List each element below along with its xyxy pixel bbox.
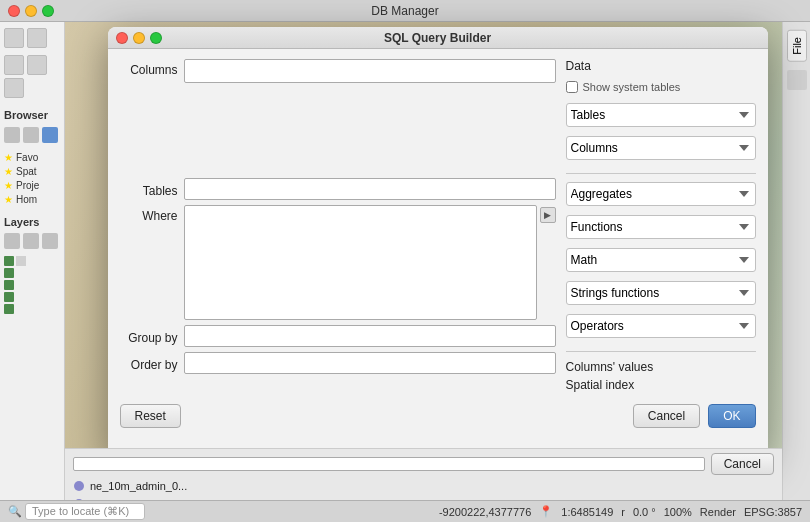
where-content: ▶ [184, 205, 556, 320]
columns-values-label: Columns' values [566, 360, 756, 374]
dialog-close-icon[interactable] [116, 32, 128, 44]
browser-icon-2[interactable] [23, 127, 39, 143]
right-column: Data Show system tables Tables Columns [556, 59, 756, 392]
layer-check-1 [16, 256, 26, 266]
layer-item-5[interactable] [4, 304, 60, 314]
layer-icon-2[interactable] [23, 233, 39, 249]
svg-point-0 [74, 481, 84, 491]
browser-icon-3[interactable] [42, 127, 58, 143]
operators-dropdown[interactable]: Operators [566, 314, 756, 338]
group-by-input[interactable] [184, 325, 556, 347]
strings-functions-dropdown[interactable]: Strings functions [566, 281, 756, 305]
where-row: Where ▶ [120, 205, 556, 320]
layer-item-4[interactable] [4, 292, 60, 302]
footer-right: Cancel OK [633, 404, 756, 428]
aggregates-dropdown[interactable]: Aggregates [566, 182, 756, 206]
data-section-title: Data [566, 59, 756, 73]
file-name-1: ne_10m_admin_0... [90, 480, 187, 492]
fav-item[interactable]: ★ Favo [4, 152, 60, 163]
dialog-overlay: SQL Query Builder Columns Tables [65, 22, 810, 500]
where-side-btns: ▶ [540, 205, 556, 320]
group-by-row: Group by [120, 325, 556, 347]
functions-dropdown[interactable]: Functions [566, 215, 756, 239]
minimize-icon[interactable] [25, 5, 37, 17]
fav-label: Favo [16, 152, 38, 163]
sidebar-icon-3[interactable] [4, 55, 24, 75]
divider-2 [566, 351, 756, 352]
columns-label: Columns [120, 59, 178, 77]
spat-item[interactable]: ★ Spat [4, 166, 60, 177]
scale: 1:6485149 [561, 506, 613, 518]
layers-label: Layers [4, 216, 60, 228]
order-by-input[interactable] [184, 352, 556, 374]
progress-bar [73, 457, 705, 471]
sidebar-icon-2[interactable] [27, 28, 47, 48]
where-label: Where [120, 205, 178, 223]
where-arrow-btn[interactable]: ▶ [540, 207, 556, 223]
dialog-minimize-icon[interactable] [133, 32, 145, 44]
layer-item-1[interactable] [4, 256, 60, 266]
dialog-titlebar: SQL Query Builder [108, 27, 768, 49]
spatial-index-label: Spatial index [566, 378, 756, 392]
where-textarea[interactable] [184, 205, 537, 320]
progress-row: Cancel [65, 449, 782, 477]
tables-input[interactable] [184, 178, 556, 200]
render-label: Render [700, 506, 736, 518]
dialog-body: Columns Tables Where ▶ [108, 49, 768, 398]
layer-icon[interactable] [4, 233, 20, 249]
cancel-button[interactable]: Cancel [633, 404, 700, 428]
close-icon[interactable] [8, 5, 20, 17]
show-system-tables-row: Show system tables [566, 81, 756, 93]
epsg-label: EPSG:3857 [744, 506, 802, 518]
browser-icon[interactable] [4, 127, 20, 143]
group-by-label: Group by [120, 327, 178, 345]
tables-label: Tables [120, 180, 178, 198]
columns-row: Columns [120, 59, 556, 83]
divider-1 [566, 173, 756, 174]
coordinates: -9200222,4377776 [439, 506, 531, 518]
layer-color-3 [4, 280, 14, 290]
dialog-title: SQL Query Builder [384, 31, 491, 45]
maximize-icon[interactable] [42, 5, 54, 17]
dialog-maximize-icon[interactable] [150, 32, 162, 44]
ok-button[interactable]: OK [708, 404, 755, 428]
columns-dropdown[interactable]: Columns [566, 136, 756, 160]
db-sidebar: Browser ★ Favo ★ Spat ★ Proje ★ Hom Laye… [0, 22, 65, 522]
sidebar-icon-5[interactable] [4, 78, 24, 98]
cancel-bottom-button[interactable]: Cancel [711, 453, 774, 475]
tables-dropdown[interactable]: Tables [566, 103, 756, 127]
layer-item-3[interactable] [4, 280, 60, 290]
sidebar-icon[interactable] [4, 28, 24, 48]
sql-query-builder-dialog: SQL Query Builder Columns Tables [108, 27, 768, 457]
status-bar: 🔍 Type to locate (⌘K) -9200222,4377776 📍… [0, 500, 810, 522]
reset-button[interactable]: Reset [120, 404, 181, 428]
layer-item-2[interactable] [4, 268, 60, 278]
scale-icon: 📍 [539, 505, 553, 518]
dialog-footer: Reset Cancel OK [108, 398, 768, 438]
file-list-panel: Cancel ne_10m_admin_0... ne_10m_admin_0.… [65, 448, 782, 500]
layer-color-5 [4, 304, 14, 314]
tables-row: Tables [120, 178, 556, 200]
layer-color-4 [4, 292, 14, 302]
show-system-tables-checkbox[interactable] [566, 81, 578, 93]
zoom: 100% [664, 506, 692, 518]
columns-input[interactable] [184, 59, 556, 83]
hom-item[interactable]: ★ Hom [4, 194, 60, 205]
browser-label: Browser [4, 109, 60, 121]
file-icon-1 [73, 480, 85, 492]
order-by-label: Order by [120, 354, 178, 372]
sidebar-icon-4[interactable] [27, 55, 47, 75]
search-area: 🔍 Type to locate (⌘K) [8, 503, 145, 520]
search-label[interactable]: Type to locate (⌘K) [25, 503, 145, 520]
layer-icon-3[interactable] [42, 233, 58, 249]
db-manager-title: DB Manager [371, 4, 438, 18]
search-placeholder: 🔍 [8, 505, 22, 518]
proj-item[interactable]: ★ Proje [4, 180, 60, 191]
left-column: Columns Tables Where ▶ [120, 59, 556, 392]
hom-label: Hom [16, 194, 37, 205]
math-dropdown[interactable]: Math [566, 248, 756, 272]
file-item-1: ne_10m_admin_0... [65, 477, 782, 495]
rotation-label: r [621, 506, 625, 518]
window-controls [8, 5, 54, 17]
footer-left: Reset [120, 404, 633, 428]
